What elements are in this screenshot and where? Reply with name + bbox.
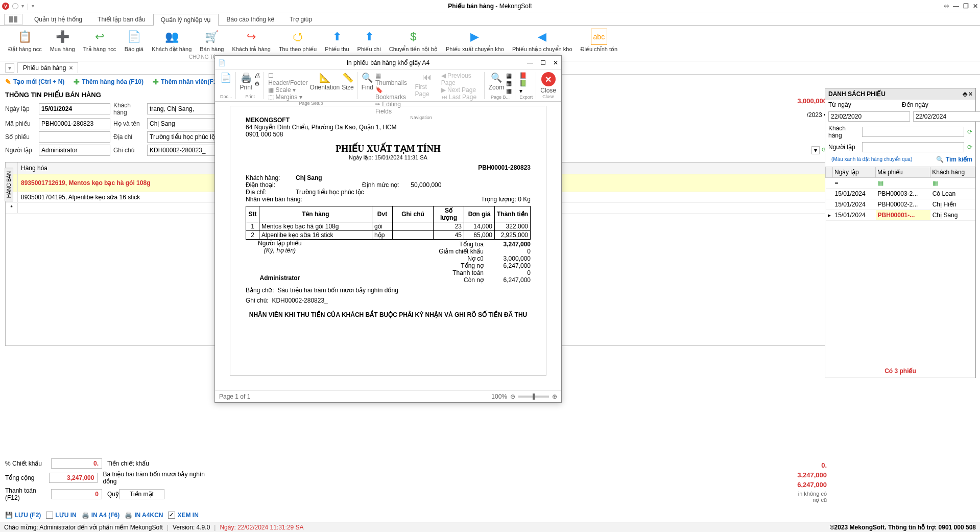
dropdown-icon[interactable]: ▾ bbox=[811, 146, 820, 154]
new-button[interactable]: ✎Tạo mới (Ctrl + N) bbox=[5, 78, 64, 86]
help-icon[interactable]: ⤢ bbox=[942, 2, 951, 10]
year-dropdown[interactable]: /2023 ▾ bbox=[807, 111, 827, 119]
minimize-icon[interactable]: — bbox=[953, 3, 959, 10]
size-button[interactable]: 📏Size bbox=[342, 72, 353, 101]
ribbon-receipt[interactable]: ⬆Phiếu thu bbox=[321, 28, 353, 59]
menu-tab-system[interactable]: Quản trị hệ thống bbox=[27, 13, 90, 25]
divider: | bbox=[27, 3, 29, 10]
input-sp-khachhang[interactable] bbox=[862, 127, 964, 137]
label-maphieu: Mã phiếu bbox=[5, 120, 36, 127]
table-row[interactable]: 15/01/2024PBH00003-2...Cô Loan bbox=[826, 189, 975, 199]
zoom-slider[interactable] bbox=[518, 396, 549, 398]
input-maphieu[interactable] bbox=[39, 118, 110, 129]
find-button[interactable]: 🔍Find bbox=[362, 72, 373, 115]
doc-button[interactable]: 📄 bbox=[220, 72, 231, 83]
menu-tab-setup[interactable]: Thiết lập ban đầu bbox=[90, 13, 153, 25]
caret-icon[interactable]: ▾ bbox=[32, 3, 34, 9]
scale-button[interactable]: ▦ Scale ▾ bbox=[268, 86, 307, 94]
value-chietkhau[interactable]: 0. bbox=[51, 458, 102, 469]
add-item-button[interactable]: ✚Thêm hàng hóa (F10) bbox=[74, 78, 144, 86]
thumbnails-button[interactable]: ▦ Thumbnails bbox=[375, 72, 413, 86]
print-a4-button[interactable]: 🖨️IN A4 (F6) bbox=[82, 512, 120, 519]
refresh-icon[interactable]: ⟳ bbox=[967, 128, 972, 135]
menu-tab-help[interactable]: Trợ giúp bbox=[282, 13, 320, 25]
input-denngay[interactable] bbox=[913, 111, 980, 122]
ribbon-internal-transfer[interactable]: $Chuyển tiền nội bộ bbox=[385, 28, 442, 59]
maximize-icon[interactable]: ☐ bbox=[540, 59, 546, 66]
next-page-button[interactable]: ▶ Next Page bbox=[441, 86, 481, 94]
zoom-button[interactable]: 🔍Zoom bbox=[489, 72, 505, 95]
refresh-icon[interactable]: ⟳ bbox=[967, 144, 972, 151]
filter-icon[interactable]: ▦ bbox=[876, 178, 930, 189]
zoom-preset-icon[interactable]: ▦ bbox=[506, 72, 512, 79]
first-page-button[interactable]: ⏮First Page bbox=[415, 72, 439, 115]
input-sp-nguoilap[interactable] bbox=[862, 142, 964, 152]
value-thanhtoan[interactable]: 0 bbox=[51, 489, 102, 499]
last-page-button[interactable]: ⏭ Last Page bbox=[441, 94, 481, 101]
value-quy[interactable]: Tiền mặt bbox=[119, 489, 164, 499]
view-print-button[interactable]: XEM IN bbox=[168, 512, 198, 519]
export-xls-icon[interactable]: 📗 bbox=[519, 80, 527, 87]
close-panel-icon[interactable]: × bbox=[969, 90, 972, 98]
ribbon-collect-by-receipt[interactable]: ⭯Thu theo phiếu bbox=[275, 28, 321, 59]
ribbon-return-supplier[interactable]: ↩Trả hàng ncc bbox=[79, 28, 121, 59]
checkbox-checked-icon[interactable] bbox=[168, 512, 175, 519]
ribbon-order-supplier[interactable]: 📋Đặt hàng ncc bbox=[4, 28, 46, 59]
col-ngaylap[interactable]: Ngày lập bbox=[833, 167, 876, 178]
editing-fields-button[interactable]: ✏ Editing Fields bbox=[375, 101, 413, 115]
options-icon[interactable]: ⚙ bbox=[254, 80, 260, 87]
zoom-preset-icon[interactable]: ▦ bbox=[506, 80, 512, 87]
close-icon[interactable]: ✕ bbox=[553, 59, 558, 66]
export-more-icon[interactable]: ▾ bbox=[519, 87, 527, 95]
label-tongcong: Tổng cộng bbox=[5, 474, 49, 481]
col-maphieu[interactable]: Mã phiếu bbox=[876, 167, 930, 178]
input-nguoilap[interactable] bbox=[39, 145, 110, 156]
col-khachhang[interactable]: Khách hàng bbox=[930, 167, 975, 178]
input-sophieu[interactable] bbox=[39, 131, 110, 143]
menu-tab-reports[interactable]: Báo cáo thống kê bbox=[219, 13, 282, 25]
filter-icon[interactable]: ▦ bbox=[930, 178, 975, 189]
zoom-out-button[interactable]: ⊖ bbox=[510, 393, 515, 400]
maximize-icon[interactable]: ❐ bbox=[963, 3, 969, 10]
add-staff-button[interactable]: ✚Thêm nhân viên(F11 bbox=[153, 78, 220, 86]
ribbon-payment[interactable]: ⬆Phiếu chi bbox=[353, 28, 385, 59]
menu-tab-business[interactable]: Quản lý nghiệp vụ bbox=[153, 14, 219, 26]
print-button[interactable]: 🖨️Print bbox=[240, 72, 253, 91]
ribbon-purchase[interactable]: ➕Mua hàng bbox=[46, 28, 79, 59]
zoom-preset-icon[interactable]: ▦ bbox=[506, 87, 512, 95]
ribbon-warehouse-in[interactable]: ◀Phiếu nhập chuyển kho bbox=[508, 28, 577, 59]
document-tab[interactable]: Phiếu bán hàng × bbox=[17, 62, 78, 73]
minimize-icon[interactable]: — bbox=[527, 59, 533, 66]
add-document-button[interactable]: ▾ bbox=[5, 63, 14, 73]
ribbon-warehouse-out[interactable]: ▶Phiếu xuất chuyển kho bbox=[442, 28, 508, 59]
file-menu-button[interactable] bbox=[4, 14, 22, 25]
print-a4kcn-button[interactable]: 🖨️IN A4KCN bbox=[125, 512, 163, 519]
bookmarks-button[interactable]: 🔖 Bookmarks bbox=[375, 86, 413, 101]
zoom-in-button[interactable]: ⊕ bbox=[552, 393, 557, 400]
margins-button[interactable]: ⬚ Margins ▾ bbox=[268, 94, 307, 101]
pin-icon[interactable]: ⬘ bbox=[963, 90, 967, 98]
save-button[interactable]: 💾LƯU (F2) bbox=[5, 512, 41, 519]
orientation-button[interactable]: 📐Orientation bbox=[310, 72, 340, 101]
input-tungay[interactable] bbox=[828, 111, 910, 122]
chevron-down-icon[interactable]: ▾ bbox=[21, 3, 24, 9]
search-button[interactable]: 🔍Tìm kiếm bbox=[936, 156, 972, 163]
checkbox-icon[interactable] bbox=[46, 512, 53, 519]
table-row[interactable]: 15/01/2024PBH00002-2...Chị Hiền bbox=[826, 199, 975, 210]
close-tab-icon[interactable]: × bbox=[69, 64, 73, 72]
export-pdf-icon[interactable]: 📕 bbox=[519, 72, 527, 79]
ribbon-adjust-stock[interactable]: abcĐiều chỉnh tồn bbox=[577, 28, 622, 59]
ribbon-quote[interactable]: 📄Báo giá bbox=[120, 28, 148, 59]
input-ngaylap[interactable] bbox=[39, 103, 110, 114]
header-footer-button[interactable]: ☐ Header/Footer bbox=[268, 72, 307, 86]
app-logo: V bbox=[2, 3, 9, 10]
close-icon[interactable]: ✕ bbox=[973, 3, 978, 10]
table-row[interactable]: ▸15/01/2024PBH00001-...Chị Sang bbox=[826, 210, 975, 221]
filter-eq[interactable]: = bbox=[833, 178, 876, 189]
save-print-button[interactable]: LƯU IN bbox=[46, 512, 76, 519]
prev-page-button[interactable]: ◀ Previous Page bbox=[441, 72, 481, 86]
ribbon-customer-return[interactable]: ↪Khách trả hàng bbox=[228, 28, 275, 59]
close-preview-button[interactable]: ✕Close bbox=[540, 72, 556, 94]
quick-print-icon[interactable]: 🖨 bbox=[254, 72, 260, 79]
status-date: Ngày: 22/02/2024 11:31:29 SA bbox=[220, 524, 303, 531]
